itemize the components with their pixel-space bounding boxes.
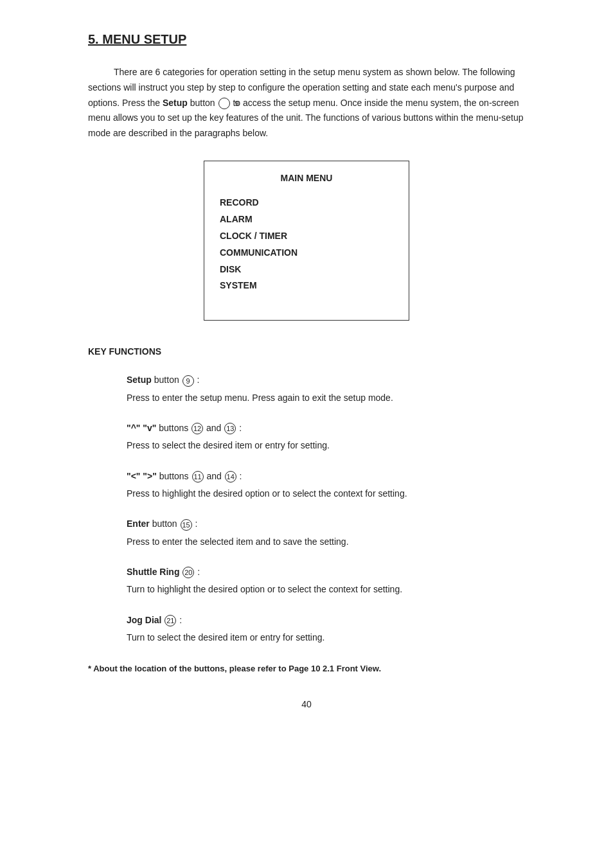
key-function-updown-desc: Press to select the desired item or entr… [127, 438, 525, 452]
key-function-setup-label: Setup button 9 : [127, 375, 525, 386]
jog-label-bold: Jog Dial [127, 615, 161, 625]
key-function-jog-label: Jog Dial 21 : [127, 615, 525, 626]
menu-box-items: RECORD ALARM CLOCK / TIMER COMMUNICATION… [220, 195, 393, 294]
updown-label-rest: buttons [156, 423, 191, 433]
key-function-shuttle-desc: Turn to highlight the desired option or … [127, 582, 525, 596]
menu-box-wrapper: MAIN MENU RECORD ALARM CLOCK / TIMER COM… [88, 161, 525, 321]
jog-colon: : [177, 615, 182, 625]
page-number: 40 [88, 699, 525, 709]
shuttle-label-bold: Shuttle Ring [127, 567, 179, 577]
updown-and: and [204, 423, 224, 433]
setup-colon: : [195, 375, 200, 385]
key-function-jog: Jog Dial 21 : Turn to select the desired… [127, 615, 525, 645]
key-function-shuttle-label: Shuttle Ring 20 : [127, 567, 525, 578]
key-functions-title: KEY FUNCTIONS [88, 346, 525, 357]
key-function-enter-desc: Press to enter the selected item and to … [127, 535, 525, 549]
section-title: 5. MENU SETUP [88, 32, 525, 47]
circle-13: 13 [224, 423, 236, 434]
circle-12: 12 [191, 423, 203, 434]
menu-box: MAIN MENU RECORD ALARM CLOCK / TIMER COM… [204, 161, 409, 321]
intro-paragraph: There are 6 categories for operation set… [88, 65, 525, 141]
circle-15: 15 [181, 519, 192, 531]
circle-9-intro: 9 [218, 98, 230, 109]
menu-box-title: MAIN MENU [220, 173, 393, 183]
circle-14: 14 [225, 471, 236, 483]
footer-note: * About the location of the buttons, ple… [88, 664, 525, 673]
updown-colon: : [236, 423, 242, 433]
setup-label-rest: button [152, 375, 182, 385]
updown-label-bold: "^" "v" [127, 423, 156, 433]
leftright-label-rest: buttons [157, 471, 191, 481]
page: 5. MENU SETUP There are 6 categories for… [49, 0, 564, 868]
key-function-leftright-label: "<" ">" buttons 11 and 14 : [127, 471, 525, 483]
key-function-setup-desc: Press to enter the setup menu. Press aga… [127, 391, 525, 405]
key-function-jog-desc: Turn to select the desired item or entry… [127, 630, 525, 644]
shuttle-colon: : [195, 567, 200, 577]
leftright-and: and [204, 471, 224, 481]
setup-label-bold: Setup [127, 375, 152, 385]
leftright-colon: : [237, 471, 242, 481]
key-function-shuttle: Shuttle Ring 20 : Turn to highlight the … [127, 567, 525, 597]
shuttle-label-rest [179, 567, 182, 577]
key-function-leftright-desc: Press to highlight the desired option or… [127, 486, 525, 500]
circle-11: 11 [192, 471, 204, 483]
intro-setup-bold: Setup [163, 98, 188, 108]
circle-21: 21 [164, 615, 176, 626]
enter-label-rest: button [150, 518, 180, 529]
menu-item-alarm: ALARM [220, 211, 393, 228]
key-function-leftright: "<" ">" buttons 11 and 14 : Press to hig… [127, 471, 525, 501]
key-function-updown: "^" "v" buttons 12 and 13 : Press to sel… [127, 423, 525, 453]
leftright-label-bold: "<" ">" [127, 471, 157, 481]
menu-item-record: RECORD [220, 195, 393, 211]
menu-item-disk: DISK [220, 261, 393, 278]
menu-item-system: SYSTEM [220, 278, 393, 294]
jog-label-rest [161, 615, 164, 625]
menu-item-communication: COMMUNICATION [220, 245, 393, 261]
circle-9-setup: 9 [182, 375, 194, 387]
enter-label-bold: Enter [127, 518, 150, 529]
enter-colon: : [193, 518, 198, 529]
circle-20: 20 [182, 567, 194, 578]
key-function-enter-label: Enter button 15 : [127, 518, 525, 530]
key-function-enter: Enter button 15 : Press to enter the sel… [127, 518, 525, 549]
key-function-updown-label: "^" "v" buttons 12 and 13 : [127, 423, 525, 434]
menu-item-clock-timer: CLOCK / TIMER [220, 228, 393, 245]
key-function-setup: Setup button 9 : Press to enter the setu… [127, 375, 525, 405]
